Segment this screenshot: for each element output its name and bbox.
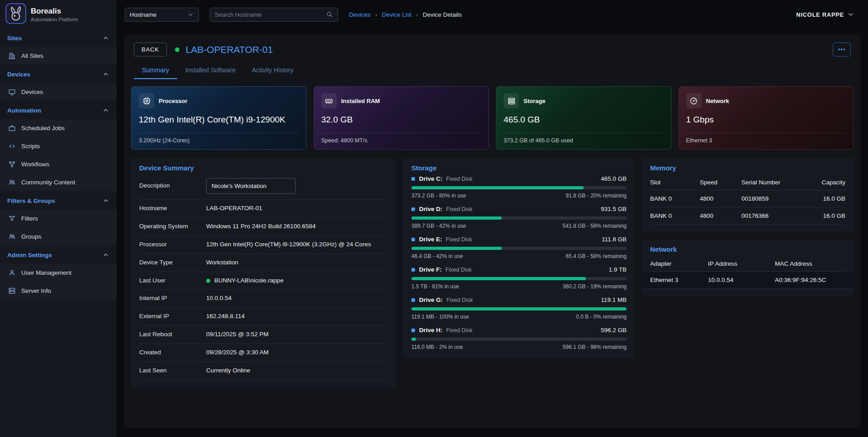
tab-installed-software[interactable]: Installed Software [177,62,244,79]
sidebar-item-label: All Sites [21,52,43,59]
col-serial: Serial Number [741,179,805,186]
workflow-icon [8,160,16,168]
network-ip: 10.0.0.54 [708,277,775,283]
hostname-filter-value: Hostname [130,11,156,18]
sidebar-item-scripts[interactable]: Scripts [0,137,117,155]
sidebar-section-automation[interactable]: Automation [0,101,117,119]
people-icon [8,179,16,186]
memory-table-row: BANK 0 4800 00176366 16.0 GB [650,207,845,225]
drive-icon [411,268,415,272]
breadcrumb-separator: › [416,11,419,18]
sidebar-item-filters[interactable]: Filters [0,210,117,228]
brand: Borealis Automation Platform [0,0,117,29]
chevron-up-icon [102,107,109,114]
drive-type: Fixed Disk [445,267,472,273]
search-icon[interactable] [326,11,333,18]
topbar: Hostname Devices › Device List › Device … [117,0,868,29]
memory-slot: BANK 0 [650,195,700,202]
user-menu[interactable]: NICOLE RAPPE [796,11,854,18]
people-icon [8,233,16,240]
drive-usage-bar [411,186,627,189]
tab-summary[interactable]: Summary [134,62,177,79]
breadcrumb-separator: › [375,11,377,18]
main-area: Hostname Devices › Device List › Device … [117,0,868,437]
col-ip-address: IP Address [708,260,775,267]
drive-remaining: 541.8 GB - 58% remaining [563,223,627,229]
breadcrumb-device-list[interactable]: Device List [382,11,412,18]
breadcrumb-devices[interactable]: Devices [349,11,371,18]
row-value: 10.0.0.54 [206,294,231,303]
online-status-dot [206,279,210,283]
drive-remaining: 360.2 GB - 19% remaining [563,283,627,290]
search-input[interactable] [215,11,322,18]
device-tabs: Summary Installed Software Activity Hist… [131,62,854,79]
card-value: 32.0 GB [321,115,481,125]
memory-table-header: Slot Speed Serial Number Capacity [650,175,845,190]
description-input[interactable] [206,178,296,194]
card-value: 12th Gen Intel(R) Core(TM) i9-12900K [139,115,299,125]
sidebar-section-filters-groups[interactable]: Filters & Groups [0,192,117,210]
summary-row-last-user: Last User BUNNY-LAB\nicole.rappe [139,272,388,290]
drive-usage-fill [411,307,627,310]
row-label: Internal IP [139,294,206,303]
row-label: Last Seen [139,367,206,375]
borealis-rabbit-logo-icon [5,3,26,26]
device-summary-title: Device Summary [139,164,388,172]
processor-card: Processor 12th Gen Intel(R) Core(TM) i9-… [131,86,307,150]
drive-size: 119.1 MB [601,296,627,303]
row-label: Processor [139,240,206,249]
sidebar-item-label: Server Info [21,287,51,294]
sidebar-item-server-info[interactable]: Server Info [0,282,117,300]
memory-speed: 4800 [700,212,741,219]
memory-capacity: 16.0 GB [805,195,845,202]
hostname-filter-select[interactable]: Hostname [125,8,199,22]
memory-serial: 00176366 [741,212,805,219]
tab-activity-history[interactable]: Activity History [244,62,302,79]
sidebar-item-label: Groups [21,233,41,240]
sidebar-section-sites[interactable]: Sites [0,29,117,47]
storage-card: Storage 465.0 GB 373.2 GB of 465.0 GB us… [496,86,671,150]
stat-cards: Processor 12th Gen Intel(R) Core(TM) i9-… [131,86,854,150]
chevron-down-icon [847,11,854,18]
card-value: 1 Gbps [686,115,846,125]
card-footer: 373.2 GB of 465.0 GB used [504,133,664,144]
drive-size: 596.2 GB [601,327,627,334]
row-value: Currently Online [206,367,250,375]
drive-usage-bar [411,338,627,341]
sidebar-item-workflows[interactable]: Workflows [0,155,117,174]
drive-size: 111.8 GB [602,236,627,243]
sidebar-item-scheduled-jobs[interactable]: Scheduled Jobs [0,119,117,137]
user-name: NICOLE RAPPE [796,11,844,18]
drive-remaining: 91.8 GB - 20% remaining [566,193,627,199]
device-details-panel: BACK LAB-OPERATOR-01 ••• Summary Install… [124,34,861,428]
col-capacity: Capacity [805,179,845,186]
sidebar-item-groups[interactable]: Groups [0,228,117,246]
sidebar-item-all-sites[interactable]: All Sites [0,47,117,65]
section-label: Sites [7,35,22,42]
more-options-button[interactable]: ••• [833,42,851,56]
sidebar-item-community-content[interactable]: Community Content [0,174,117,192]
summary-row-last-reboot: Last Reboot 09/11/2025 @ 3:52 PM [139,326,388,344]
memory-capacity: 16.0 GB [805,212,845,219]
drive-used: 119.1 MB - 100% in use [411,314,469,320]
drive-icon [411,238,415,241]
briefcase-icon [8,124,16,132]
gauge-icon [686,93,702,108]
drive-used: 116.0 MB - 2% in use [411,344,463,350]
drive-icon [411,207,415,211]
chevron-up-icon [102,70,109,78]
drive-used: 46.4 GB - 42% in use [411,253,463,259]
summary-row-operating-system: Operating System Windows 11 Pro 24H2 Bui… [139,218,388,236]
row-label: External IP [139,312,206,321]
memory-title: Memory [650,164,845,172]
drive-row-h: Drive H: Fixed Disk 596.2 GB 116.0 MB - … [411,327,627,350]
row-label: Last Reboot [139,330,206,339]
sidebar-item-devices[interactable]: Devices [0,83,117,101]
drive-type: Fixed Disk [446,327,472,334]
sidebar-section-admin-settings[interactable]: Admin Settings [0,246,117,264]
sidebar-section-devices[interactable]: Devices [0,65,117,83]
drive-name: Drive H: [419,327,443,334]
sidebar-item-user-management[interactable]: User Management [0,264,117,282]
storage-icon [504,93,519,108]
back-button[interactable]: BACK [134,42,167,56]
